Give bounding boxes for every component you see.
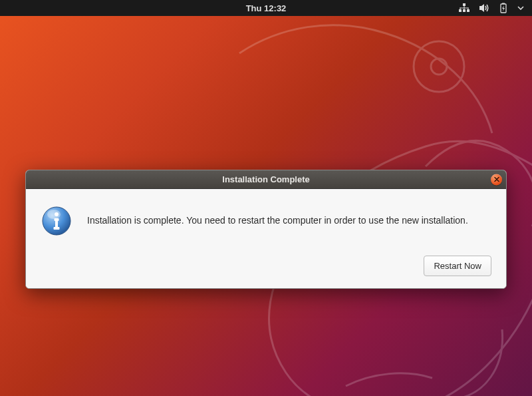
svg-rect-10: [468, 8, 469, 10]
svg-rect-8: [460, 8, 461, 10]
close-button[interactable]: [491, 174, 502, 185]
battery-icon[interactable]: [499, 3, 508, 13]
volume-icon[interactable]: [479, 3, 489, 13]
svg-rect-5: [467, 9, 469, 12]
top-menu-bar: Thu 12:32: [0, 0, 532, 16]
svg-rect-17: [55, 218, 58, 228]
close-icon: [494, 177, 499, 182]
dialog-title: Installation Complete: [222, 174, 309, 184]
desktop-background: Thu 12:32: [0, 0, 532, 396]
svg-rect-18: [54, 227, 60, 230]
svg-point-1: [431, 59, 447, 75]
svg-rect-3: [459, 9, 462, 12]
dropdown-arrow-icon[interactable]: [517, 6, 524, 10]
svg-rect-9: [464, 8, 465, 10]
dialog-message: Installation is complete. You need to re…: [87, 214, 468, 228]
dialog-body: Installation is complete. You need to re…: [26, 189, 506, 288]
restart-now-button[interactable]: Restart Now: [424, 256, 491, 276]
network-icon[interactable]: [459, 3, 469, 13]
installation-complete-dialog: Installation Complete: [25, 170, 507, 289]
dialog-titlebar[interactable]: Installation Complete: [26, 170, 506, 189]
svg-point-15: [55, 212, 59, 216]
svg-rect-12: [502, 3, 505, 5]
info-icon: [41, 205, 72, 237]
svg-rect-2: [463, 3, 466, 6]
svg-rect-4: [463, 9, 466, 12]
clock[interactable]: Thu 12:32: [246, 3, 287, 13]
